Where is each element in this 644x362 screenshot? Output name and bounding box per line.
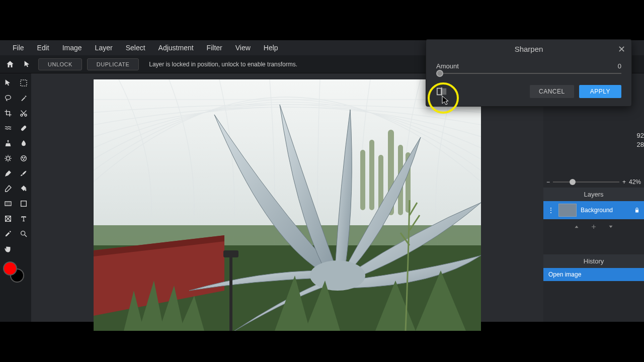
lasso-tool-icon[interactable] [0,90,16,106]
slider-knob[interactable] [436,70,443,77]
cut-tool-icon[interactable] [16,106,31,121]
eraser-tool-icon[interactable] [0,181,16,196]
svg-point-9 [23,159,24,159]
svg-point-13 [21,231,25,235]
zoom-value: 42% [629,178,641,186]
layer-add-icon[interactable] [590,223,597,230]
svg-point-7 [22,157,23,158]
wand-tool-icon[interactable] [16,90,31,106]
unlock-button[interactable]: UNLOCK [38,58,82,70]
svg-point-5 [6,157,10,160]
menu-layer[interactable]: Layer [89,44,119,52]
close-icon[interactable]: ✕ [618,44,625,55]
amount-slider[interactable] [436,73,621,74]
marquee-tool-icon[interactable] [16,75,31,90]
svg-point-2 [21,114,23,116]
text-tool-icon[interactable] [16,211,31,226]
image-canvas[interactable] [94,79,481,331]
arrow-tool-icon[interactable] [0,75,16,90]
history-item-open[interactable]: Open image [543,268,644,281]
svg-rect-26 [437,88,441,95]
layer-down-icon[interactable] [607,223,614,230]
duplicate-button[interactable]: DUPLICATE [87,58,139,70]
layer-up-icon[interactable] [573,223,580,230]
lock-icon [634,207,640,214]
liquify-tool-icon[interactable] [0,121,16,136]
history-panel-header: History [543,254,644,268]
shape-tool-icon[interactable] [16,196,31,211]
apply-button[interactable]: APPLY [579,85,621,98]
svg-rect-24 [229,255,232,331]
layer-name: Background [581,207,613,214]
svg-point-23 [310,260,365,291]
svg-rect-17 [360,150,365,210]
svg-rect-10 [5,202,11,206]
menu-view[interactable]: View [229,44,257,52]
zoom-tool-icon[interactable] [16,226,31,241]
edge-value-1: 92 [637,132,644,139]
layer-controls [543,219,644,234]
menu-select[interactable]: Select [119,44,152,52]
hand-tool-icon[interactable] [0,241,16,256]
heal-tool-icon[interactable] [16,121,31,136]
cursor-icon [442,96,450,106]
zoom-slider-row: − + 42% [543,176,644,188]
tools-panel [0,73,31,322]
fill-tool-icon[interactable] [16,181,31,196]
dodge-tool-icon[interactable] [0,151,16,166]
svg-rect-25 [223,250,238,257]
zoom-slider[interactable] [553,182,619,183]
zoom-out-icon[interactable]: − [546,178,550,186]
pen-tool-icon[interactable] [0,166,16,181]
svg-rect-0 [21,80,27,86]
layer-item-background[interactable]: ⋮ Background [543,201,644,219]
menu-file[interactable]: File [6,44,31,52]
svg-point-8 [24,157,25,158]
svg-point-1 [5,96,11,100]
menu-filter[interactable]: Filter [200,44,229,52]
menu-image[interactable]: Image [56,44,89,52]
blur-tool-icon[interactable] [16,136,31,151]
frame-tool-icon[interactable] [0,211,16,226]
svg-rect-11 [21,201,26,207]
zoom-in-icon[interactable]: + [622,178,626,186]
amount-value: 0 [618,62,621,70]
gradient-tool-icon[interactable] [0,196,16,211]
menu-adjustment[interactable]: Adjustment [152,44,200,52]
cancel-button[interactable]: CANCEL [530,85,574,98]
svg-rect-27 [442,88,446,95]
toolbar-message: Layer is locked in position, unlock to e… [149,61,297,68]
amount-label: Amount [436,62,459,70]
dialog-title: Sharpen ✕ [426,40,631,58]
layers-panel-header: Layers [543,188,644,201]
brush-tool-icon[interactable] [16,166,31,181]
sharpen-dialog: Sharpen ✕ Amount 0 CANCEL APPLY [426,39,632,107]
home-icon[interactable] [4,58,16,70]
svg-rect-18 [369,140,374,210]
svg-point-6 [21,156,26,161]
edge-value-2: 28 [637,141,644,148]
svg-rect-4 [20,125,26,131]
picker-tool-icon[interactable] [0,226,16,241]
foreground-color-swatch[interactable] [3,261,17,276]
menu-help[interactable]: Help [257,44,285,52]
color-swatches[interactable] [0,261,31,290]
crop-tool-icon[interactable] [0,106,16,121]
pointer-icon[interactable] [21,58,33,70]
menu-edit[interactable]: Edit [31,44,56,52]
sponge-tool-icon[interactable] [16,151,31,166]
layer-thumbnail [558,204,577,217]
right-panels: 92 28 − + 42% Layers ⋮ Background Histor… [543,73,644,322]
svg-point-3 [25,114,27,116]
canvas-area[interactable] [31,73,543,322]
clone-tool-icon[interactable] [0,136,16,151]
